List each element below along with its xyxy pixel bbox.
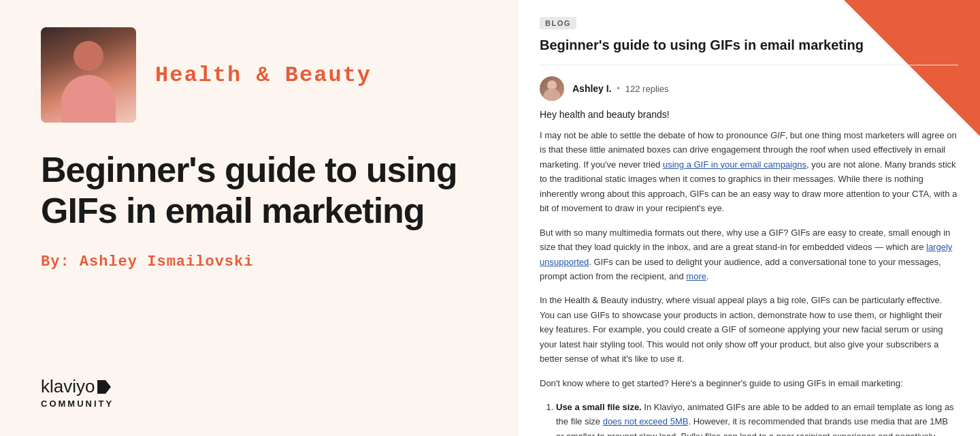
right-panel: BLOG Beginner's guide to using GIFs in e… — [517, 0, 980, 436]
greeting-text: Hey health and beauty brands! — [540, 109, 958, 120]
body-paragraph-1: I may not be able to settle the debate o… — [540, 128, 958, 216]
list-item-label: Use a small file size. — [556, 402, 642, 412]
file-size-link[interactable]: does not exceed 5MB — [603, 416, 689, 426]
author-section: Health & Beauty — [41, 27, 476, 123]
unsupported-link[interactable]: largely unsupported — [540, 242, 952, 266]
main-article-title: Beginner's guide to using GIFs in email … — [41, 150, 476, 232]
comment-separator: • — [617, 84, 620, 93]
klaviyo-wordmark: klaviyo — [41, 376, 476, 397]
klaviyo-name: klaviyo — [41, 376, 95, 397]
article-header-title: Beginner's guide to using GIFs in email … — [540, 36, 958, 65]
body-paragraph-4: Don't know where to get started? Here's … — [540, 376, 958, 390]
list-item-1: Use a small file size. In Klaviyo, anima… — [556, 400, 958, 436]
author-byline: By: Ashley Ismailovski — [41, 253, 476, 270]
right-content[interactable]: BLOG Beginner's guide to using GIFs in e… — [518, 0, 980, 436]
commenter-avatar — [540, 76, 564, 101]
klaviyo-section: klaviyo COMMUNITY — [41, 356, 476, 409]
klaviyo-community-label: COMMUNITY — [41, 399, 476, 409]
left-panel: Health & Beauty Beginner's guide to usin… — [0, 0, 517, 436]
body-paragraph-3: In the Health & Beauty industry, where v… — [540, 293, 958, 366]
blog-badge: BLOG — [540, 17, 576, 29]
comment-meta: Ashley I. • 122 replies — [572, 83, 958, 94]
gif-link[interactable]: using a GIF in your email campaigns — [663, 159, 806, 170]
klaviyo-logo: klaviyo COMMUNITY — [41, 376, 476, 409]
author-avatar-image — [41, 27, 136, 123]
body-paragraph-2: But with so many multimedia formats out … — [540, 225, 958, 284]
tips-list: Use a small file size. In Klaviyo, anima… — [540, 400, 958, 436]
comment-header: Ashley I. • 122 replies — [540, 76, 958, 101]
more-link[interactable]: more — [686, 271, 706, 281]
category-title: Health & Beauty — [155, 63, 372, 88]
klaviyo-k-icon — [97, 380, 111, 394]
reply-count: 122 replies — [625, 84, 669, 94]
author-avatar — [41, 27, 136, 123]
svg-marker-0 — [97, 380, 111, 394]
commenter-name: Ashley I. — [572, 83, 612, 94]
